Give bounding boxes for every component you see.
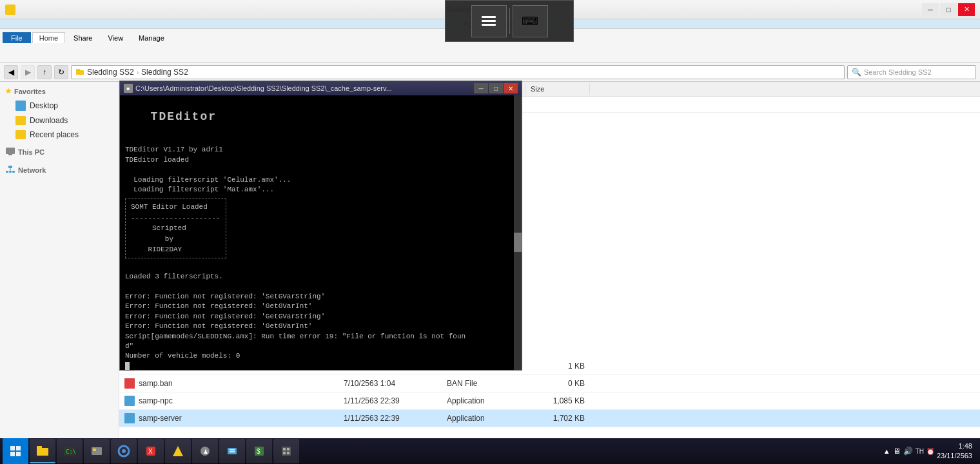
taskbar-system-tray: ▲ 🖥 🔊 TH ⏰ 1:48 23/11/2563 bbox=[883, 441, 977, 461]
svg-rect-2 bbox=[76, 70, 84, 75]
sidebar-network-header[interactable]: Network bbox=[0, 162, 119, 178]
cmd-output: TDEditor bbox=[125, 99, 516, 135]
svg-text:$: $ bbox=[257, 448, 260, 455]
cmd-somt-box: SOMT Editor Loaded ---------------------… bbox=[125, 198, 226, 258]
search-placeholder: Search Sledding SS2 bbox=[864, 68, 932, 76]
taskbar-files-button[interactable] bbox=[84, 439, 110, 463]
svg-rect-28 bbox=[228, 448, 237, 454]
keyboard-icon: ⌨ bbox=[522, 14, 538, 28]
tab-view[interactable]: View bbox=[101, 32, 130, 43]
tab-file[interactable]: File bbox=[3, 32, 31, 43]
table-row[interactable]: samp.ban 7/10/2563 1:04 BAN File 0 KB bbox=[119, 375, 980, 392]
close-button[interactable]: ✕ bbox=[958, 3, 975, 16]
cmd-minimize-button[interactable]: ─ bbox=[474, 83, 488, 93]
table-row[interactable]: samp-npc 1/11/2563 22:39 Application 1,0… bbox=[119, 392, 980, 410]
svg-point-22 bbox=[122, 449, 126, 453]
network-icon bbox=[5, 165, 15, 175]
taskbar-terminal-button[interactable]: C:\> bbox=[57, 439, 83, 463]
svg-rect-16 bbox=[37, 446, 42, 449]
taskbar-explorer-button[interactable] bbox=[30, 439, 55, 463]
taskbar-app5-button[interactable]: $ bbox=[246, 439, 272, 463]
svg-rect-14 bbox=[16, 452, 21, 456]
cmd-title-text: C:\Users\Administrator\Desktop\Sledding … bbox=[135, 84, 471, 92]
hamburger-icon bbox=[482, 16, 496, 26]
toolbar-separator bbox=[509, 8, 510, 34]
sidebar-favorites-section: ★ Favorites Desktop Downloads Recent pla… bbox=[0, 84, 119, 142]
cmd-maximize-button[interactable]: □ bbox=[489, 83, 503, 93]
table-row[interactable]: samp-server 1/11/2563 22:39 Application … bbox=[119, 410, 980, 427]
tray-speaker-icon: 🔊 bbox=[903, 447, 913, 456]
minimize-button[interactable]: ─ bbox=[922, 3, 939, 16]
svg-rect-19 bbox=[92, 447, 102, 455]
address-bar: ◀ ▶ ↑ ↻ Sledding SS2 › Sledding SS2 🔍 Se… bbox=[0, 63, 980, 82]
taskbar-time-display[interactable]: 1:48 23/11/2563 bbox=[937, 441, 972, 461]
cmd-icon: ■ bbox=[124, 84, 133, 93]
back-button[interactable]: ◀ bbox=[4, 65, 18, 79]
star-icon: ★ bbox=[5, 87, 12, 95]
search-box[interactable]: 🔍 Search Sledding SS2 bbox=[847, 65, 976, 79]
ribbon-toolbar bbox=[0, 43, 980, 63]
svg-rect-35 bbox=[287, 448, 289, 450]
svg-text:X: X bbox=[148, 448, 153, 455]
taskbar-app2-button[interactable] bbox=[165, 439, 191, 463]
sidebar: ★ Favorites Desktop Downloads Recent pla… bbox=[0, 82, 119, 449]
breadcrumb[interactable]: Sledding SS2 › Sledding SS2 bbox=[71, 65, 845, 79]
sidebar-favorites-header[interactable]: ★ Favorites bbox=[0, 84, 119, 98]
sidebar-item-downloads[interactable]: Downloads bbox=[0, 113, 119, 128]
cmd-window: ■ C:\Users\Administrator\Desktop\Sleddin… bbox=[119, 81, 522, 371]
breadcrumb-part1[interactable]: Sledding SS2 bbox=[87, 68, 134, 77]
menu-button[interactable] bbox=[471, 5, 507, 37]
svg-rect-3 bbox=[76, 69, 80, 71]
taskbar-app3-button[interactable]: ♟ bbox=[192, 439, 218, 463]
refresh-button[interactable]: ↻ bbox=[54, 65, 68, 79]
cmd-title-bar: ■ C:\Users\Administrator\Desktop\Sleddin… bbox=[120, 81, 522, 95]
sidebar-item-recent[interactable]: Recent places bbox=[0, 128, 119, 142]
clock-time: 1:48 bbox=[937, 441, 972, 451]
sidebar-item-desktop[interactable]: Desktop bbox=[0, 98, 119, 113]
cmd-scrollbar-thumb[interactable] bbox=[514, 233, 522, 252]
svg-rect-8 bbox=[9, 171, 12, 173]
taskbar-app1-button[interactable]: X bbox=[138, 439, 164, 463]
forward-button[interactable]: ▶ bbox=[21, 65, 35, 79]
systray-icons: ▲ 🖥 🔊 TH ⏰ bbox=[883, 447, 934, 456]
keyboard-button[interactable]: ⌨ bbox=[513, 5, 548, 37]
taskbar: C:\> X ♟ bbox=[0, 438, 980, 464]
tray-chevron[interactable]: ▲ bbox=[883, 447, 890, 455]
app-icon-npc bbox=[124, 396, 135, 406]
start-button[interactable] bbox=[3, 438, 28, 464]
taskbar-chrome-button[interactable] bbox=[111, 439, 137, 463]
sidebar-network-section: Network bbox=[0, 162, 119, 178]
clock-date: 23/11/2563 bbox=[937, 451, 972, 461]
taskbar-app6-button[interactable] bbox=[273, 439, 299, 463]
svg-rect-7 bbox=[6, 171, 8, 173]
sidebar-thispc-section: This PC bbox=[0, 144, 119, 160]
tray-clock-icon: ⏰ bbox=[926, 448, 934, 455]
sidebar-thispc-header[interactable]: This PC bbox=[0, 144, 119, 160]
tab-manage[interactable]: Manage bbox=[132, 32, 172, 43]
cmd-lines: TDEditor V1.17 by adri1 TDEditor loaded … bbox=[125, 135, 516, 195]
floating-toolbar: ⌨ bbox=[445, 0, 574, 42]
app-icon-server bbox=[124, 413, 135, 423]
cmd-controls: ─ □ ✕ bbox=[474, 83, 518, 93]
svg-rect-37 bbox=[287, 452, 289, 454]
breadcrumb-part2[interactable]: Sledding SS2 bbox=[141, 68, 188, 77]
svg-rect-4 bbox=[6, 148, 15, 154]
ban-file-icon bbox=[124, 378, 135, 389]
cmd-scrollbar[interactable] bbox=[514, 95, 522, 370]
tray-network-icon: 🖥 bbox=[893, 447, 901, 456]
svg-rect-13 bbox=[10, 452, 15, 456]
tray-keyboard-icon: TH bbox=[916, 448, 924, 455]
search-icon: 🔍 bbox=[852, 68, 861, 77]
maximize-button[interactable]: □ bbox=[940, 3, 957, 16]
svg-rect-36 bbox=[283, 452, 286, 454]
svg-rect-5 bbox=[8, 154, 12, 155]
cmd-content[interactable]: TDEditor TDEditor V1.17 by adri1 TDEdito… bbox=[120, 95, 522, 370]
tab-home[interactable]: Home bbox=[32, 32, 65, 43]
tab-share[interactable]: Share bbox=[66, 32, 99, 43]
up-button[interactable]: ↑ bbox=[37, 65, 52, 79]
col-header-size[interactable]: Size bbox=[525, 83, 590, 95]
svg-rect-0 bbox=[7, 8, 14, 13]
cmd-close-button[interactable]: ✕ bbox=[504, 83, 518, 93]
taskbar-app4-button[interactable] bbox=[219, 439, 245, 463]
desktop-icon bbox=[15, 101, 26, 111]
